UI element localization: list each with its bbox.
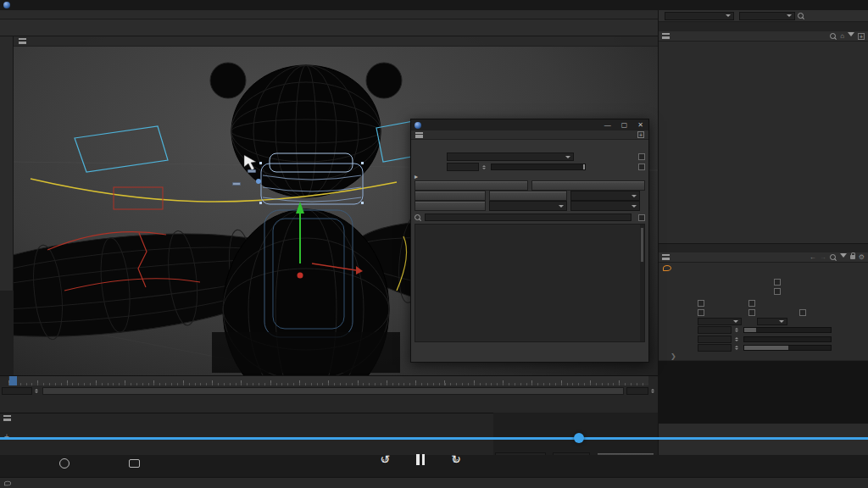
wm-apply-selected-button[interactable] — [531, 180, 645, 191]
current-frame-field[interactable] — [2, 387, 32, 395]
end-frame-field[interactable] — [626, 387, 648, 395]
material-manager: + — [0, 413, 493, 455]
wm-dock-icon[interactable]: + — [637, 131, 644, 138]
lasso-icon — [663, 265, 671, 271]
main-toolbar — [0, 19, 658, 36]
video-progress-knob[interactable] — [574, 433, 584, 443]
object-manager-menu: ⌂ + — [659, 31, 868, 42]
falloff-curve-chart[interactable] — [659, 360, 868, 424]
wm-strength-spinner[interactable] — [482, 164, 487, 171]
wm-lock-checkbox[interactable] — [638, 214, 645, 221]
attribute-manager-tabs — [659, 243, 868, 252]
wm-replace-dropdown[interactable] — [570, 191, 640, 201]
wm-auto-normalize-checkbox[interactable] — [638, 153, 645, 160]
timeline-playhead[interactable] — [9, 376, 17, 385]
wm-copy-button[interactable] — [489, 191, 567, 201]
soft-mode-dropdown[interactable] — [757, 318, 787, 325]
forward-icon[interactable]: → — [820, 253, 826, 261]
wm-menu-icon[interactable] — [415, 132, 423, 138]
wm-search-icon — [415, 214, 421, 221]
mode-palette — [0, 36, 14, 291]
material-layer-tabs — [0, 423, 493, 432]
restrict-checkbox[interactable] — [799, 309, 806, 316]
wm-apply-all-button[interactable] — [415, 180, 528, 191]
width-slider[interactable] — [743, 345, 832, 351]
material-menu-icon[interactable] — [3, 415, 11, 421]
surface-checkbox[interactable] — [698, 309, 704, 316]
weight-manager-window: — ▢ ✕ + ▸ — [410, 119, 649, 363]
wm-link-dropper-checkbox[interactable] — [638, 164, 645, 170]
rubber-checkbox[interactable] — [748, 309, 755, 316]
soft-strength-field[interactable] — [698, 336, 732, 343]
main-menu-bar — [0, 10, 658, 19]
joint-tooltip — [248, 169, 256, 173]
wm-close-button[interactable]: ✕ — [637, 121, 643, 129]
back-icon[interactable]: ← — [810, 253, 816, 261]
attr-menu-icon[interactable] — [662, 254, 670, 260]
end-frame-spinner[interactable] — [651, 387, 656, 395]
timeline-range-slider[interactable] — [42, 387, 624, 395]
viewport-menu-icon[interactable] — [19, 38, 26, 44]
forward-30-button[interactable]: ↻30 — [448, 452, 464, 466]
object-search-icon[interactable] — [830, 33, 837, 40]
wm-mode-dropdown[interactable] — [447, 152, 574, 161]
wm-tree-scrollbar[interactable] — [640, 225, 644, 341]
weight-manager-titlebar[interactable]: — ▢ ✕ — [411, 119, 648, 130]
filter-icon[interactable] — [848, 32, 854, 40]
video-progress-bar[interactable] — [0, 437, 868, 440]
preview-checkbox[interactable] — [748, 300, 755, 307]
layout-search-icon[interactable] — [798, 13, 804, 19]
wm-zero-button[interactable] — [415, 191, 486, 201]
video-center-controls: ↺10 ↻30 — [377, 452, 464, 466]
add-panel-icon[interactable]: + — [858, 33, 865, 40]
layout-dropdown[interactable] — [739, 12, 795, 20]
wm-clamping-expander[interactable]: ▸ — [415, 173, 418, 180]
path-icon[interactable]: ⌂ — [840, 32, 844, 40]
wm-joints-tree — [415, 224, 645, 342]
video-overlay-icon-left-2[interactable] — [129, 459, 140, 468]
node-space-dropdown[interactable] — [665, 12, 734, 20]
wm-strength-field[interactable] — [447, 163, 479, 171]
wm-normalize-button[interactable] — [415, 201, 486, 211]
falloff-dropdown[interactable] — [698, 318, 742, 325]
radius-slider[interactable] — [743, 327, 832, 333]
width-spinner[interactable] — [735, 344, 740, 352]
attr-gear-icon[interactable]: ⚙ — [859, 253, 865, 261]
rewind-10-button[interactable]: ↺10 — [377, 452, 392, 466]
wm-joint-filter-input[interactable] — [425, 214, 632, 221]
weight-tooltip — [232, 182, 241, 186]
wm-flipx-dropdown[interactable] — [570, 201, 640, 211]
object-tree — [659, 42, 868, 243]
weight-manager-icon — [415, 122, 421, 129]
only-visible-checkbox[interactable] — [774, 288, 781, 295]
app-icon — [3, 2, 10, 8]
object-menu-icon[interactable] — [662, 33, 670, 39]
radius-spinner[interactable] — [735, 326, 740, 334]
wm-maximize-button[interactable]: ▢ — [621, 121, 628, 129]
attr-search-icon[interactable] — [830, 254, 837, 261]
radius-field[interactable] — [698, 326, 732, 334]
wm-minimize-button[interactable]: — — [604, 121, 611, 129]
viewport-menu — [14, 36, 658, 47]
attr-lock-icon[interactable] — [850, 255, 855, 259]
enable-checkbox[interactable] — [698, 300, 704, 307]
curve-expander[interactable]: ❯ — [670, 352, 676, 360]
current-frame-spinner[interactable] — [35, 387, 40, 395]
soft-strength-spinner[interactable] — [735, 336, 740, 343]
tolerant-selection-checkbox[interactable] — [774, 279, 781, 286]
add-material-button[interactable]: + — [2, 432, 12, 452]
pause-button[interactable] — [416, 454, 425, 465]
video-overlay-icon-left-1[interactable] — [59, 458, 70, 469]
wm-mirror-dropdown[interactable] — [489, 201, 567, 211]
weight-manager-tabs — [411, 140, 648, 150]
manager-tabs — [659, 22, 868, 31]
timeline-ruler[interactable] — [8, 376, 648, 385]
soft-strength-slider[interactable] — [743, 336, 832, 342]
attribute-manager-menu: ← → ⚙ — [659, 252, 868, 263]
playback-controls — [0, 396, 658, 413]
width-field[interactable] — [698, 344, 732, 352]
timeline — [0, 375, 658, 396]
attr-filter-icon[interactable] — [840, 253, 847, 261]
wm-strength-slider[interactable] — [491, 164, 586, 170]
weight-manager-menu: + — [411, 130, 648, 140]
